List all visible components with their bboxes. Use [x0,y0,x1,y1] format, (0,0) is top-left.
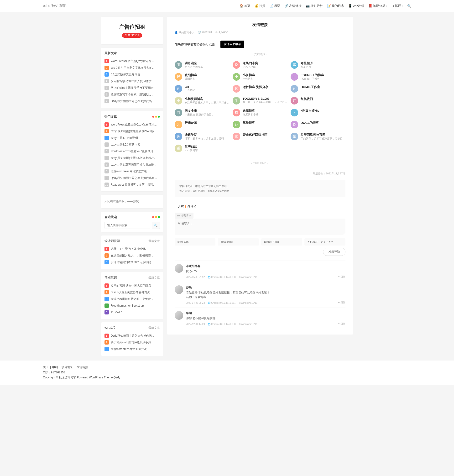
list-item[interactable]: 5wordpress-qzdy主题v4.7更新预计... [105,148,160,155]
nav-item[interactable]: 📝我的日志 [327,4,344,8]
list-item[interactable]: 4Free themes for Bootstrap [105,302,160,309]
list-item-label: 11.25-1.1 [111,311,123,314]
link-name: FGHRSH 的博客 [301,73,345,77]
friend-link[interactable]: T TOOMEY\'S BLOG 我只是一个逍遥群居的孩子，注视着... [233,97,287,105]
friend-link[interactable]: B BIT 一点优化 [175,85,229,93]
nav-item[interactable]: 🏠首页 [240,4,250,8]
friend-link[interactable]: 壹 壹念贰仟网络社区 [233,133,287,140]
friend-link[interactable]: 小 小辉资源博客 专注于网络技术共享，主要共享程序... [175,97,229,105]
friend-link[interactable]: 寒 寒星皓月 寒星皓月 [291,61,345,69]
comment-author[interactable]: 苏晨 [186,285,345,289]
apply-button[interactable]: 友链自助申请 [220,41,244,48]
friend-link[interactable]: 缘 缘起学院 博客，发卡网站，技术交流，源码 [175,133,229,140]
list-item[interactable]: 7qzdy主题文章页面简单插入播放器... [105,161,160,168]
list-item[interactable]: 3设计师需要知道的20个无版权的... [105,259,160,265]
list-item[interactable]: 2在线智能图片放大，小图模糊变... [105,252,160,259]
nav-item[interactable]: 💰打赏 [255,4,265,8]
list-item[interactable]: 2css+js设置全浏览器兼容针对火... [105,289,160,296]
rank-number: 1 [105,247,109,251]
friend-link[interactable]: 猫 猫屋博客 猫屋博客小站 [233,109,287,116]
friend-link[interactable]: 网 网友小宋 小宋日志-记更好的自己。 [175,109,229,116]
friend-link[interactable]: H HOMIE工作室 [291,85,345,93]
friend-link[interactable]: 重 重庆SEO noco的博客 [175,144,229,152]
list-item[interactable]: 3qzdy主题4.8更新说明 [105,135,160,141]
friend-link[interactable]: 苏 苏晨博客 [233,121,287,128]
list-item[interactable]: 3发现个检测域名状态的一个免费... [105,296,160,302]
friend-link[interactable]: 运 运梦博客-资源分享 [233,85,287,93]
list-item[interactable]: 1记录一下好看的字体-瘦金体 [105,246,160,252]
meta-views: 👁 4,944℃ [215,31,228,34]
search-icon[interactable]: 🔍 [407,4,411,8]
footer-link[interactable]: 友情链接 [76,365,88,370]
list-item[interactable]: 1提问的智慧-适合中国人提问体质 [105,282,160,289]
list-item[interactable]: 2qzdy(秋知德雨)主题更新发布4.9版... [105,128,160,135]
friend-link[interactable]: ༄ ༄悲喜自渡ཉ꧔ꦿ [291,109,345,116]
friend-link[interactable]: 芳 芳华梦落 [175,121,229,128]
comment-author[interactable]: 华纳 [186,311,345,315]
email-input[interactable] [218,238,259,246]
friend-link[interactable]: 星 星辰网络科技官网 产品发布，技术与资源分享，记录身... [291,133,345,140]
comment-textarea[interactable] [175,219,345,235]
link-avatar: H [291,85,298,93]
list-item[interactable]: 6把底部重写了个样式，应该比以... [105,91,160,98]
nav-label: 我的日志 [332,4,344,8]
friend-link[interactable]: 明 明月浩空 明月浩空播放器 [175,61,229,69]
nav-item[interactable]: 📕笔记分类▾ [368,4,387,8]
link-name: 运梦博客-资源分享 [243,85,287,89]
nick-input[interactable] [175,238,216,246]
friend-link[interactable]: D DOGE的博客 [291,121,345,128]
designer-card: 设计师资源 最新文章 1记录一下好看的字体-瘦金体2在线智能图片放大，小图模糊变… [101,235,163,269]
notice-url[interactable]: https://aj0.cn/links [208,189,229,192]
list-item[interactable]: 2css文件引用自定义字体文件包的... [105,64,160,71]
list-item[interactable]: 9Qzdy秋知德雨主题怎么去掉代码高... [105,175,160,181]
nav-item[interactable]: 🔗友情链接 [285,4,302,8]
list-item[interactable]: 4qzdy主题4.9.3更新内容 [105,141,160,148]
footer-link[interactable]: 关于 [43,365,49,370]
search-button[interactable]: 🔍 [152,222,160,229]
list-item[interactable]: 511.25-1.1 [105,309,160,316]
comment-author[interactable]: 小暖阳博客 [186,264,345,268]
list-item[interactable]: 1WordPress免费主题Qzdy发布简约... [105,121,160,128]
list-item[interactable]: 7Qzdy秋知德雨主题怎么去掉代码... [105,98,160,105]
nav-item[interactable]: 📷摄影赞赏 [306,4,323,8]
window-dots [152,216,160,218]
friend-link[interactable]: 暖 暖阳博客 暖阳博客 [175,73,229,81]
list-item[interactable]: 35.1正式版修复已知内容 [105,71,160,78]
list-item[interactable]: 5网上的破解主题插件千万不要用啦 [105,84,160,91]
list-item-label: 关于部分smtp邮箱评论没接收到... [111,340,154,345]
link-name: 苏晨博客 [243,121,287,125]
link-name: 暖阳博客 [185,73,229,77]
reply-button[interactable]: ↩ 回复 [338,322,345,325]
reply-button[interactable]: ↩ 回复 [338,275,345,279]
friend-link[interactable]: F FGHRSH 的博客 FGHRSH 的博客 [291,73,345,81]
list-item[interactable]: 2关于部分smtp邮箱评论没接收到... [105,339,160,346]
url-input[interactable] [261,238,302,246]
list-item[interactable]: 1Qzdy秋知德雨主题怎么去掉代码... [105,332,160,339]
list-item[interactable]: 3推荐wordpress网站加速方法 [105,346,160,352]
nav-item[interactable]: ⊕拓展▾ [392,4,403,8]
captcha-input[interactable] [304,238,345,246]
list-item[interactable]: 10Readpress回归博客，文艺，阅读... [105,181,160,188]
ad-card[interactable]: 广告位招租 858896214 [101,17,163,44]
more-link[interactable]: 最新文章 [148,326,160,330]
search-input[interactable] [105,222,150,229]
list-item[interactable]: 6qzdy(秋知德雨)主题4.5版本新增功... [105,155,160,161]
more-link[interactable]: 最新文章 [148,239,160,243]
footer-link[interactable]: 项目地址 [61,365,73,370]
submit-comment-button[interactable]: 发表评论 [323,248,345,256]
nav-item[interactable]: 📱WP教程 [348,4,364,8]
site-logo[interactable]: echo '秋知德雨'; [43,4,67,8]
footer-link[interactable]: 申明 [52,365,58,370]
friend-link[interactable]: 红 红枫依旧 [291,97,345,105]
list-item[interactable]: 1WordPress免费主题Qzdy发布简... [105,58,160,64]
more-link[interactable]: 最新文章 [148,276,160,280]
friend-link[interactable]: 逆 逆风的小窝 逆风的小窝 [233,61,287,69]
friend-link[interactable]: 小 小何博客 小何博客 [233,73,287,81]
nav-label: 首页 [244,4,250,8]
emoji-button[interactable]: emoji表情☺ [175,212,194,219]
list-item-label: css文件引用自定义字体文件包的... [111,66,155,70]
nav-item[interactable]: 📄微语 [270,4,280,8]
list-item[interactable]: 8推荐wordpress网站加速方法 [105,168,160,175]
reply-button[interactable]: ↩ 回复 [338,301,345,304]
list-item[interactable]: 4提问的智慧-适合中国人提问体质 [105,78,160,84]
